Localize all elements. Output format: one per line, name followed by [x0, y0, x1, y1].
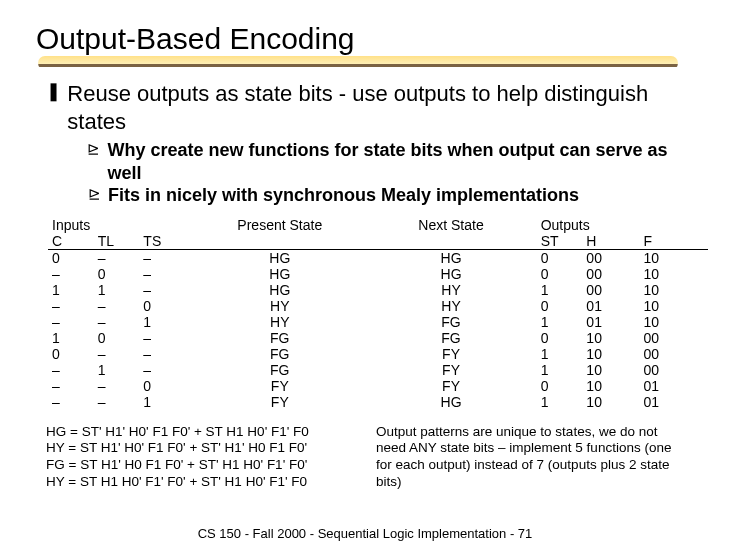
table-row: ––1HYFG10110 — [48, 314, 708, 330]
cell-ps: FG — [194, 330, 365, 346]
cell-ts: – — [139, 249, 194, 266]
col-f: F — [639, 233, 708, 249]
cell-st: 0 — [537, 249, 583, 266]
cell-ns: FG — [365, 314, 536, 330]
cell-h: 10 — [582, 394, 639, 410]
cell-f: 01 — [639, 394, 708, 410]
cell-ns: HY — [365, 282, 536, 298]
cell-ps: HG — [194, 266, 365, 282]
cell-ts: – — [139, 266, 194, 282]
cell-h: 01 — [582, 314, 639, 330]
cell-tl: 1 — [94, 282, 140, 298]
sub-point-2: Fits in nicely with synchronous Mealy im… — [108, 184, 579, 207]
cell-h: 00 — [582, 282, 639, 298]
cell-c: – — [48, 394, 94, 410]
hdr-next: Next State — [365, 217, 536, 233]
notes-explanation: Output patterns are unique to states, we… — [376, 424, 684, 492]
cell-ps: HG — [194, 249, 365, 266]
col-h: H — [582, 233, 639, 249]
cell-c: 1 — [48, 330, 94, 346]
table-row: 0––HGHG00010 — [48, 249, 708, 266]
state-table: Inputs Present State Next State Outputs … — [48, 217, 684, 410]
cell-c: 0 — [48, 346, 94, 362]
cell-ts: 1 — [139, 394, 194, 410]
hdr-inputs: Inputs — [48, 217, 194, 233]
cell-st: 0 — [537, 298, 583, 314]
cell-st: 1 — [537, 282, 583, 298]
cell-tl: – — [94, 346, 140, 362]
hdr-present: Present State — [194, 217, 365, 233]
cell-tl: – — [94, 298, 140, 314]
notes-equations: HG = ST' H1' H0' F1 F0' + ST H1 H0' F1' … — [46, 424, 346, 492]
cell-f: 10 — [639, 298, 708, 314]
cell-f: 01 — [639, 378, 708, 394]
cell-tl: 1 — [94, 362, 140, 378]
cell-ps: HY — [194, 314, 365, 330]
table-row: ––0FYFY01001 — [48, 378, 708, 394]
sub-bullet-2: ⊵ Fits in nicely with synchronous Mealy … — [86, 184, 684, 207]
cell-ts: 0 — [139, 298, 194, 314]
cell-f: 00 — [639, 346, 708, 362]
table-row: –0–HGHG00010 — [48, 266, 708, 282]
cell-ts: 0 — [139, 378, 194, 394]
cell-tl: 0 — [94, 330, 140, 346]
col-c: C — [48, 233, 94, 249]
cell-ns: FY — [365, 362, 536, 378]
cell-f: 00 — [639, 362, 708, 378]
cell-ps: FG — [194, 346, 365, 362]
table-row: 0––FGFY11000 — [48, 346, 708, 362]
cell-h: 00 — [582, 266, 639, 282]
cell-ns: FY — [365, 346, 536, 362]
cell-tl: – — [94, 378, 140, 394]
cell-c: – — [48, 378, 94, 394]
cell-ns: HG — [365, 266, 536, 282]
cell-c: 1 — [48, 282, 94, 298]
cell-ps: FG — [194, 362, 365, 378]
cell-h: 10 — [582, 346, 639, 362]
cell-ps: HY — [194, 298, 365, 314]
slide-footer: CS 150 - Fall 2000 - Sequential Logic Im… — [0, 526, 730, 541]
eq-fg: FG = ST H1' H0 F1 F0' + ST' H1 H0' F1' F… — [46, 457, 346, 474]
sub-list: ⊵ Why create new functions for state bit… — [86, 139, 684, 207]
cell-st: 1 — [537, 362, 583, 378]
main-point-text: Reuse outputs as state bits - use output… — [67, 80, 684, 135]
cell-h: 00 — [582, 249, 639, 266]
cell-c: – — [48, 362, 94, 378]
body: ❚ Reuse outputs as state bits - use outp… — [36, 80, 694, 491]
title-underline — [38, 56, 678, 70]
table-header-col-row: C TL TS ST H F — [48, 233, 708, 249]
cell-ts: – — [139, 362, 194, 378]
cell-c: – — [48, 266, 94, 282]
cell-h: 10 — [582, 378, 639, 394]
cell-ts: – — [139, 282, 194, 298]
table-row: 11–HGHY10010 — [48, 282, 708, 298]
cell-ps: FY — [194, 394, 365, 410]
table-row: ––0HYHY00110 — [48, 298, 708, 314]
slide-title: Output-Based Encoding — [36, 22, 694, 56]
sub-bullet-1: ⊵ Why create new functions for state bit… — [86, 139, 684, 184]
cell-f: 10 — [639, 282, 708, 298]
cell-ns: HY — [365, 298, 536, 314]
y-bullet-icon: ⊵ — [86, 184, 102, 204]
cell-tl: – — [94, 314, 140, 330]
eq-hy: HY = ST H1' H0' F1 F0' + ST' H1' H0 F1 F… — [46, 440, 346, 457]
eq-hg: HG = ST' H1' H0' F1 F0' + ST H1 H0' F1' … — [46, 424, 346, 441]
z-bullet-icon: ❚ — [46, 80, 61, 103]
cell-st: 1 — [537, 314, 583, 330]
cell-f: 00 — [639, 330, 708, 346]
cell-ns: HG — [365, 249, 536, 266]
table-row: ––1FYHG11001 — [48, 394, 708, 410]
cell-ts: 1 — [139, 314, 194, 330]
col-tl: TL — [94, 233, 140, 249]
cell-h: 10 — [582, 362, 639, 378]
cell-st: 0 — [537, 266, 583, 282]
cell-c: – — [48, 314, 94, 330]
table-header-group-row: Inputs Present State Next State Outputs — [48, 217, 708, 233]
table-row: –1–FGFY11000 — [48, 362, 708, 378]
y-bullet-icon: ⊵ — [86, 139, 101, 159]
col-ts: TS — [139, 233, 194, 249]
eq-hy2: HY = ST H1 H0' F1' F0' + ST' H1 H0' F1' … — [46, 474, 346, 491]
cell-st: 0 — [537, 330, 583, 346]
cell-h: 01 — [582, 298, 639, 314]
cell-tl: – — [94, 249, 140, 266]
